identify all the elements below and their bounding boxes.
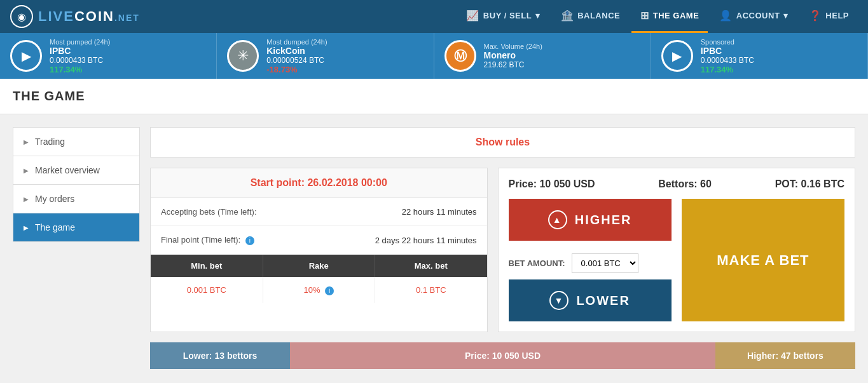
arrow-icon: ▶ [24, 196, 29, 203]
info-label-2: Final point (Time left): i [151, 226, 315, 255]
price-label: Price: 10 050 USD [509, 178, 595, 190]
bottom-higher: Higher: 47 bettors [715, 342, 855, 369]
nav: 📈 BUY / SELL ▾ 🏦 BALANCE ⊞ THE GAME 👤 AC… [457, 0, 858, 33]
logo: ◉ LIVECOIN.NET [10, 5, 140, 28]
content: Show rules Start point: 26.02.2018 00:00… [150, 127, 855, 369]
bet-col-min: Min. bet [151, 255, 263, 277]
help-icon: ❓ [809, 10, 822, 22]
logo-text: LIVECOIN.NET [38, 8, 140, 25]
ticker-icon-4: ▶ [661, 40, 693, 72]
ticker-item-4[interactable]: ▶ Sponsored IPBC 0.0000433 BTC 117.34% [651, 33, 868, 79]
ticker-price-2: 0.00000524 BTC [266, 56, 423, 65]
sidebar-item-my-orders[interactable]: ▶ My orders [13, 185, 140, 213]
page-title-section: THE GAME [0, 79, 868, 114]
nav-balance[interactable]: 🏦 BALANCE [552, 0, 630, 33]
ticker-label-1: Most pumped (24h) [50, 38, 206, 46]
show-rules-bar[interactable]: Show rules [150, 127, 855, 158]
bet-col-max: Max. bet [375, 255, 487, 277]
ticker-item-2[interactable]: ✳ Most dumped (24h) KickCoin 0.00000524 … [217, 33, 434, 79]
ticker-price-3: 219.62 BTC [484, 60, 640, 69]
bet-row: 0.001 BTC 10% i 0.1 BTC [151, 277, 487, 303]
higher-button[interactable]: ▲ HIGHER [509, 199, 672, 241]
chart-icon: 📈 [466, 10, 479, 22]
higher-icon: ▲ [548, 210, 567, 229]
ticker-icon-1: ▶ [10, 40, 42, 72]
ticker-change-2: -18.73% [266, 65, 423, 74]
info-value-1: 22 hours 11 minutes [315, 198, 487, 226]
bet-rake-value: 10% i [263, 278, 376, 303]
balance-icon: 🏦 [561, 10, 574, 22]
bottom-bar: Lower: 13 bettors Price: 10 050 USD High… [150, 342, 855, 369]
bet-table-header: Min. bet Rake Max. bet [151, 255, 487, 277]
bet-max-value: 0.1 BTC [375, 278, 487, 303]
right-inner: ▲ HIGHER BET AMOUNT: 0.001 BTC ▼ LOWER [509, 199, 845, 321]
ticker-item-1[interactable]: ▶ Most pumped (24h) IPBC 0.0000433 BTC 1… [0, 33, 217, 79]
ticker-price-1: 0.0000433 BTC [50, 56, 206, 65]
ticker-change-1: 117.34% [50, 65, 206, 74]
arrow-icon: ▶ [24, 167, 29, 174]
arrow-icon: ▶ [24, 224, 29, 231]
page-title: THE GAME [13, 89, 855, 104]
right-header: Price: 10 050 USD Bettors: 60 POT: 0.16 … [509, 178, 845, 190]
sidebar-item-the-game[interactable]: ▶ The game [13, 213, 140, 242]
ticker-item-3[interactable]: Ⓜ Max. Volume (24h) Monero 219.62 BTC [434, 33, 651, 79]
bet-amount-row: BET AMOUNT: 0.001 BTC [509, 247, 672, 279]
info-label-1: Accepting bets (Time left): [151, 198, 315, 226]
nav-account[interactable]: 👤 ACCOUNT ▾ [710, 0, 797, 33]
bet-col-rake: Rake [263, 255, 376, 277]
game-panels: Start point: 26.02.2018 00:00 Accepting … [150, 168, 855, 332]
info-table: Accepting bets (Time left): 22 hours 11 … [151, 198, 487, 255]
ticker-name-4: IPBC [701, 46, 857, 56]
ticker-info-1: Most pumped (24h) IPBC 0.0000433 BTC 117… [50, 38, 206, 74]
bottom-lower: Lower: 13 bettors [150, 342, 290, 369]
left-panel: Start point: 26.02.2018 00:00 Accepting … [150, 168, 488, 332]
sidebar: ▶ Trading ▶ Market overview ▶ My orders … [13, 127, 140, 369]
ticker-info-4: Sponsored IPBC 0.0000433 BTC 117.34% [701, 38, 857, 74]
info-icon[interactable]: i [245, 236, 254, 245]
lower-button[interactable]: ▼ LOWER [509, 279, 672, 321]
sidebar-item-trading[interactable]: ▶ Trading [13, 127, 140, 156]
ticker-label-4: Sponsored [701, 38, 857, 46]
nav-the-game[interactable]: ⊞ THE GAME [631, 0, 708, 33]
make-bet-panel[interactable]: MAKE A BET [682, 199, 844, 321]
ticker-icon-3: Ⓜ [444, 40, 476, 72]
info-row-2: Final point (Time left): i 2 days 22 hou… [151, 226, 487, 255]
ticker-price-4: 0.0000433 BTC [701, 56, 857, 65]
header: ◉ LIVECOIN.NET 📈 BUY / SELL ▾ 🏦 BALANCE … [0, 0, 868, 33]
ticker-info-2: Most dumped (24h) KickCoin 0.00000524 BT… [266, 38, 423, 74]
bet-controls: ▲ HIGHER BET AMOUNT: 0.001 BTC ▼ LOWER [509, 199, 672, 321]
bottom-price: Price: 10 050 USD [290, 342, 715, 369]
ticker-label-2: Most dumped (24h) [266, 38, 423, 46]
logo-net: .NET [114, 13, 140, 23]
ticker-icon-2: ✳ [227, 40, 259, 72]
nav-buy-sell[interactable]: 📈 BUY / SELL ▾ [457, 0, 549, 33]
ticker-name-1: IPBC [50, 46, 206, 56]
lower-icon: ▼ [549, 291, 568, 310]
info-value-2: 2 days 22 hours 11 minutes [315, 226, 487, 255]
ticker-label-3: Max. Volume (24h) [484, 43, 640, 50]
arrow-icon: ▶ [24, 138, 29, 145]
ticker-name-2: KickCoin [266, 46, 423, 56]
main-layout: ▶ Trading ▶ Market overview ▶ My orders … [0, 114, 868, 382]
logo-icon: ◉ [10, 5, 33, 28]
ticker-bar: ▶ Most pumped (24h) IPBC 0.0000433 BTC 1… [0, 33, 868, 79]
ticker-change-4: 117.34% [701, 65, 857, 74]
start-point: Start point: 26.02.2018 00:00 [151, 168, 487, 198]
account-icon: 👤 [719, 10, 733, 22]
game-icon: ⊞ [640, 10, 649, 22]
bet-amount-select[interactable]: 0.001 BTC [572, 253, 638, 273]
ticker-name-3: Monero [484, 50, 640, 60]
bettors-label: Bettors: 60 [658, 178, 712, 190]
pot-label: POT: 0.16 BTC [775, 178, 844, 190]
ticker-info-3: Max. Volume (24h) Monero 219.62 BTC [484, 43, 640, 69]
bet-amount-label: BET AMOUNT: [509, 259, 565, 268]
sidebar-item-market-overview[interactable]: ▶ Market overview [13, 156, 140, 185]
make-bet-label: MAKE A BET [717, 252, 809, 269]
bet-min-value: 0.001 BTC [151, 278, 263, 303]
rake-info-icon[interactable]: i [325, 286, 334, 295]
info-row-1: Accepting bets (Time left): 22 hours 11 … [151, 198, 487, 226]
nav-help[interactable]: ❓ HELP [800, 0, 858, 33]
right-panel: Price: 10 050 USD Bettors: 60 POT: 0.16 … [498, 168, 856, 332]
